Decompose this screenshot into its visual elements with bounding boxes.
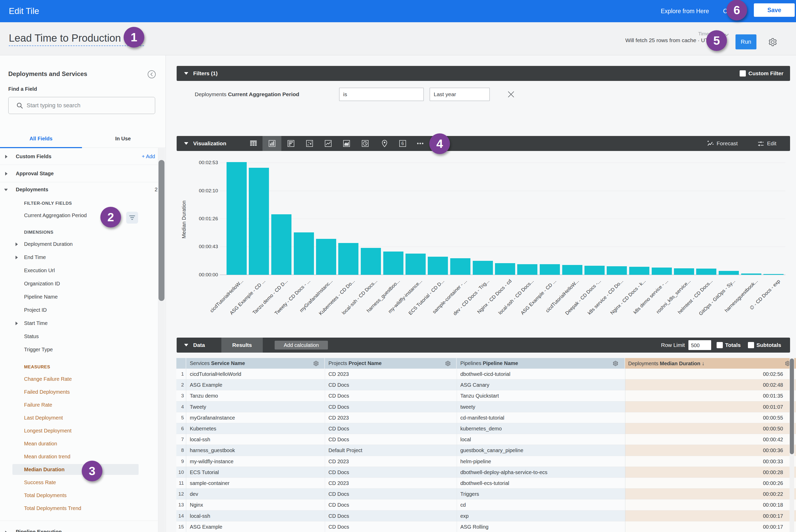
svg-text:6: 6 — [401, 141, 404, 146]
